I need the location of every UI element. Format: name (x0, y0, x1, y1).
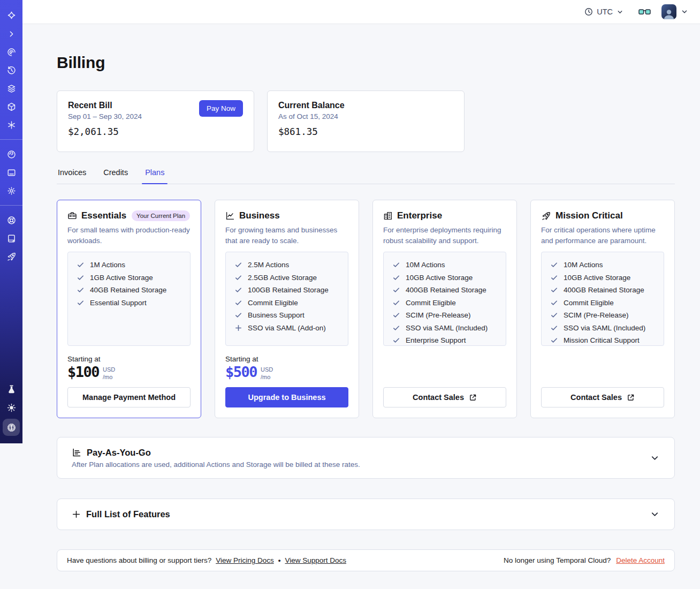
plan-button-contact-sales[interactable]: Contact Sales (541, 387, 664, 407)
plan-feature: 100GB Retained Storage (234, 286, 339, 294)
check-icon (392, 336, 400, 344)
check-icon (392, 324, 400, 332)
tab-invoices[interactable]: Invoices (57, 166, 87, 184)
features-accordion-header: Full List of Features (72, 509, 170, 519)
feature-label: 2.5M Actions (248, 261, 289, 269)
timezone-select[interactable]: UTC (584, 7, 623, 16)
plan-feature: Essential Support (77, 299, 181, 307)
plan-feature: 10GB Active Storage (550, 274, 655, 282)
tab-credits[interactable]: Credits (102, 166, 129, 184)
sidebar-rocket-icon[interactable] (0, 247, 22, 266)
sidebar-billing-panel-icon[interactable] (0, 163, 22, 182)
feature-label: Commit Eligible (406, 299, 456, 307)
feature-label: Commit Eligible (564, 299, 614, 307)
footer-delete-row: No longer using Temporal Cloud? Delete A… (504, 556, 665, 564)
feature-label: 100GB Retained Storage (248, 286, 329, 294)
plan-price: $100 (67, 364, 99, 380)
feature-label: 10M Actions (564, 261, 603, 269)
plan-button-label: Upgrade to Business (248, 393, 325, 402)
plan-feature: 2.5M Actions (234, 261, 339, 269)
sidebar-sun-icon[interactable] (0, 398, 22, 417)
plan-feature: Commit Eligible (550, 299, 655, 307)
sidebar-cube-icon[interactable] (0, 97, 22, 116)
feature-label: SCIM (Pre-Release) (564, 311, 629, 319)
sidebar-namespaces-icon[interactable] (0, 43, 22, 61)
check-icon (550, 274, 558, 282)
plus-icon (72, 510, 81, 519)
plan-feature: SCIM (Pre-Release) (392, 311, 497, 319)
plan-feature: Business Support (234, 311, 339, 319)
paygo-accordion[interactable]: Pay-As-You-Go After Plan allocations are… (57, 437, 675, 479)
check-icon (77, 286, 85, 294)
plan-feature-box: 2.5M Actions2.5GB Active Storage100GB Re… (225, 252, 348, 346)
pay-now-button[interactable]: Pay Now (199, 100, 243, 117)
plan-button-label: Contact Sales (570, 393, 622, 402)
check-icon (550, 311, 558, 319)
check-icon (234, 261, 242, 269)
sidebar-gear-icon[interactable] (0, 182, 22, 200)
feature-label: 400GB Retained Storage (406, 286, 486, 294)
sidebar-temporal-logo-icon[interactable] (0, 6, 22, 25)
external-link-icon (469, 394, 477, 402)
clock-icon (584, 7, 593, 16)
footer-link-separator: • (278, 556, 281, 564)
plan-button-contact-sales[interactable]: Contact Sales (383, 387, 506, 407)
plan-feature: 400GB Retained Storage (550, 286, 655, 294)
plan-feature-box: 1M Actions1GB Active Storage40GB Retaine… (67, 252, 191, 346)
plan-name: Mission Critical (556, 210, 623, 221)
sidebar-billing-active-dollar-icon[interactable] (3, 419, 20, 436)
tab-plans[interactable]: Plans (144, 166, 165, 184)
sidebar-usage-icon[interactable] (0, 145, 22, 163)
sidebar-schedules-icon[interactable] (0, 61, 22, 79)
check-icon (392, 261, 400, 269)
plan-feature-box: 10M Actions10GB Active Storage400GB Reta… (383, 252, 506, 346)
feature-label: SSO via SAML (Add-on) (248, 324, 326, 332)
sidebar-support-icon[interactable] (0, 211, 22, 229)
sidebar-flask-icon[interactable] (0, 380, 22, 398)
footer-link-view-support-docs[interactable]: View Support Docs (285, 556, 346, 564)
account-menu-chevron-down-icon[interactable] (681, 8, 688, 16)
plan-feature: SSO via SAML (Included) (550, 324, 655, 332)
check-icon (234, 274, 242, 282)
check-icon (550, 299, 558, 307)
plan-feature: Enterprise Support (392, 336, 497, 344)
plan-name: Business (239, 210, 280, 221)
sidebar-asterisk-icon[interactable] (0, 116, 22, 134)
chevron-down-icon (650, 509, 660, 519)
plan-button-manage-payment-method[interactable]: Manage Payment Method (67, 387, 191, 407)
plan-description: For growing teams and businesses that ar… (225, 225, 348, 246)
check-icon (550, 336, 558, 344)
plan-button-label: Manage Payment Method (82, 393, 176, 402)
billing-tabs: InvoicesCreditsPlans (57, 166, 675, 184)
plan-feature: 1M Actions (77, 261, 181, 269)
billing-page: Billing Recent Bill Sep 01 – Sep 30, 202… (22, 24, 700, 571)
sidebar-layers-icon[interactable] (0, 79, 22, 97)
delete-account-link[interactable]: Delete Account (616, 556, 665, 564)
feature-label: Business Support (248, 311, 305, 319)
check-icon (392, 286, 400, 294)
feature-label: SSO via SAML (Included) (564, 324, 645, 332)
avatar[interactable] (661, 4, 676, 19)
labs-glasses-icon[interactable] (638, 8, 651, 16)
sidebar-chevron-right-icon[interactable] (0, 25, 22, 43)
feature-label: 10GB Active Storage (564, 274, 630, 282)
feature-label: 1M Actions (90, 261, 125, 269)
rocket-icon (541, 211, 551, 221)
timezone-label: UTC (597, 7, 613, 16)
recent-bill-amount: $2,061.35 (68, 126, 243, 137)
sidebar-docs-icon[interactable] (0, 229, 22, 247)
plan-feature: 40GB Retained Storage (77, 286, 181, 294)
feature-label: Essential Support (90, 299, 147, 307)
page-title: Billing (57, 54, 675, 72)
starting-at-label: Starting at (225, 355, 348, 363)
plan-feature: Commit Eligible (392, 299, 497, 307)
plan-button-upgrade-to-business[interactable]: Upgrade to Business (225, 387, 348, 407)
footer-question-row: Have questions about billing or support … (67, 556, 346, 564)
plan-button-label: Contact Sales (413, 393, 464, 402)
features-accordion[interactable]: Full List of Features (57, 499, 675, 530)
plan-feature: 10GB Active Storage (392, 274, 497, 282)
plan-feature: Mission Critical Support (550, 336, 655, 344)
footer-link-view-pricing-docs[interactable]: View Pricing Docs (216, 556, 274, 564)
check-icon (392, 311, 400, 319)
sidebar-divider (0, 205, 22, 206)
